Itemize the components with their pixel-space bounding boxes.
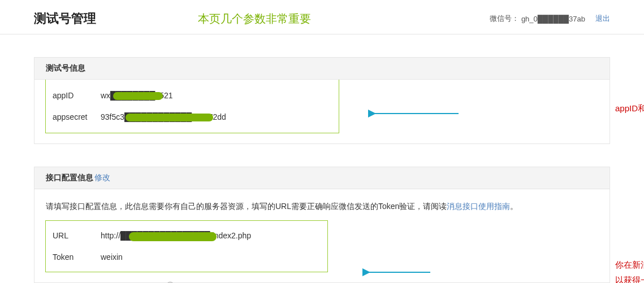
annotation-appid-auto: appID和appsecret是自动生成 — [615, 103, 644, 114]
panel-api-config-title: 接口配置信息 — [46, 173, 93, 182]
appid-label: appID — [53, 91, 101, 100]
wechat-id-value: gh_0██████37ab — [521, 15, 585, 23]
modify-link[interactable]: 修改 — [94, 173, 110, 182]
api-config-description: 请填写接口配置信息，此信息需要你有自己的服务器资源，填写的URL需要正确响应微信… — [46, 189, 598, 214]
annotation-sae-domain: 你在新浪云SAE上申请一个大小服务器空间后，可以获得一个域名。通过网络可以访问这… — [615, 257, 644, 283]
appsecret-value: 93f5c3████████████03cc72dd — [101, 112, 226, 121]
api-config-box: URL http://████████████████/index2.php T… — [45, 220, 328, 272]
token-row: Token weixin — [53, 249, 321, 265]
panel-test-info-header: 测试号信息 — [34, 58, 610, 80]
header-right: 微信号： gh_0██████37ab 退出 — [490, 14, 610, 24]
token-label: Token — [53, 252, 101, 262]
appid-row: appID wx████████9521 — [53, 88, 332, 103]
important-notice: 本页几个参数非常重要 — [198, 11, 311, 27]
appid-value: wx████████9521 — [101, 91, 173, 100]
token-value: weixin — [101, 252, 123, 262]
appsecret-label: appsecret — [53, 112, 101, 121]
annotation-arrow-1 — [368, 107, 464, 120]
panel-test-info: 测试号信息 appID wx████████9521 appsecret 93f… — [34, 57, 610, 144]
redaction-mark — [129, 232, 217, 241]
page-header: 测试号管理 本页几个参数非常重要 微信号： gh_0██████37ab 退出 — [0, 0, 644, 34]
appsecret-row: appsecret 93f5c3████████████03cc72dd — [53, 109, 332, 125]
annotation-arrow-2 — [362, 265, 436, 279]
url-row: URL http://████████████████/index2.php — [53, 228, 321, 243]
panel-api-config-header: 接口配置信息修改 — [34, 167, 610, 189]
message-api-guide-link[interactable]: 消息接口使用指南 — [447, 202, 510, 211]
credentials-box: appID wx████████9521 appsecret 93f5c3███… — [45, 80, 339, 133]
logout-link[interactable]: 退出 — [595, 14, 610, 24]
redaction-mark — [113, 92, 163, 100]
wechat-id-label: 微信号： — [490, 14, 519, 24]
url-label: URL — [53, 231, 101, 240]
redaction-mark — [126, 114, 213, 121]
panel-api-config: 接口配置信息修改 请填写接口配置信息，此信息需要你有自己的服务器资源，填写的UR… — [34, 167, 610, 283]
url-value: http://████████████████/index2.php — [101, 231, 251, 240]
page-title: 测试号管理 — [34, 10, 96, 27]
